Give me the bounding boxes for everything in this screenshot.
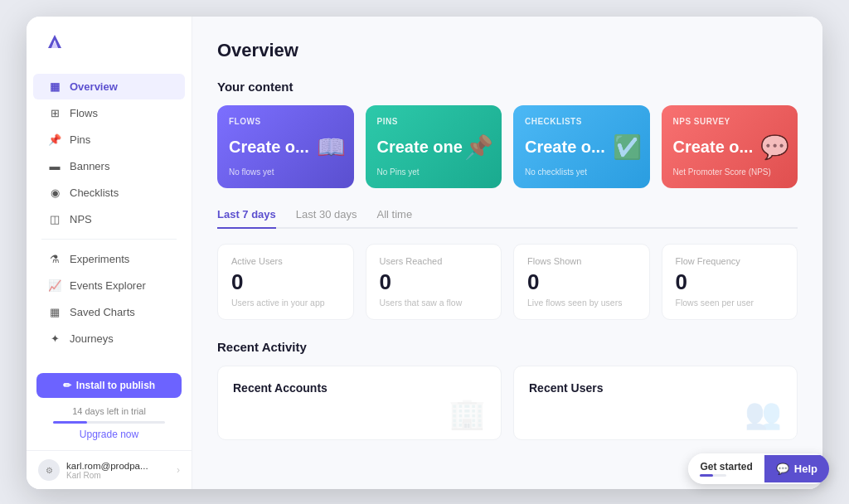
banners-icon: ▬	[48, 160, 61, 172]
stat-value-flows-shown: 0	[527, 271, 636, 293]
help-label: Help	[794, 463, 817, 475]
user-name: karl.rom@prodpa...	[66, 461, 170, 471]
events-icon: 📈	[48, 279, 61, 292]
chevron-right-icon: ›	[177, 464, 180, 476]
checklists-icon: ◉	[48, 187, 61, 199]
help-chat-icon: 💬	[776, 463, 789, 475]
sidebar-bottom: ✏ Install to publish 14 days left in tri…	[27, 363, 192, 450]
stat-label-active-users: Active Users	[231, 256, 340, 266]
stat-value-users-reached: 0	[380, 271, 488, 293]
card-sub-pins: No Pins yet	[377, 167, 491, 177]
card-sub-flows: No flows yet	[229, 167, 342, 177]
content-card-flows[interactable]: Flows Create o... No flows yet 📖	[217, 105, 354, 188]
sidebar-item-experiments[interactable]: ⚗ Experiments	[33, 246, 185, 272]
content-card-pins[interactable]: Pins Create one No Pins yet 📌	[366, 105, 502, 188]
recent-accounts-icon: 🏢	[449, 396, 486, 431]
content-card-nps[interactable]: NPS Survey Create o... Net Promoter Scor…	[662, 105, 798, 188]
stat-value-active-users: 0	[231, 271, 340, 293]
get-started-button[interactable]: Get started	[688, 453, 764, 484]
user-info: karl.rom@prodpa... Karl Rom	[66, 461, 170, 480]
recent-grid: Recent Accounts 🏢 Recent Users 👥	[217, 366, 798, 440]
help-button[interactable]: 💬 Help	[764, 455, 829, 482]
sidebar-item-banners[interactable]: ▬ Banners	[33, 153, 185, 179]
stat-card-flows-shown: Flows Shown 0 Live flows seen by users	[513, 244, 650, 320]
card-sub-nps: Net Promoter Score (NPS)	[673, 167, 787, 177]
sidebar-item-charts[interactable]: ▦ Saved Charts	[33, 299, 185, 325]
sidebar: ▦ Overview ⊞ Flows 📌 Pins ▬ Banners ◉ Ch…	[27, 17, 192, 489]
card-icon-pins: 📌	[464, 133, 493, 161]
card-type-pins: Pins	[377, 117, 491, 126]
tabs-row: Last 7 days Last 30 days All time	[217, 208, 798, 229]
card-type-nps: NPS Survey	[673, 117, 787, 126]
overview-icon: ▦	[48, 80, 61, 93]
sidebar-logo	[27, 30, 192, 73]
recent-card-users: Recent Users 👥	[513, 366, 798, 440]
card-type-checklists: Checklists	[525, 117, 638, 126]
sidebar-item-pins[interactable]: 📌 Pins	[33, 127, 185, 153]
install-button[interactable]: ✏ Install to publish	[36, 373, 182, 398]
charts-icon: ▦	[48, 306, 61, 318]
tab-7days[interactable]: Last 7 days	[217, 208, 276, 229]
card-type-flows: Flows	[229, 117, 342, 126]
app-container: ▦ Overview ⊞ Flows 📌 Pins ▬ Banners ◉ Ch…	[27, 17, 822, 489]
journeys-icon: ✦	[48, 332, 61, 345]
stat-card-flow-frequency: Flow Frequency 0 Flows seen per user	[662, 244, 798, 320]
install-icon: ✏	[63, 380, 71, 391]
content-cards: Flows Create o... No flows yet 📖 Pins Cr…	[217, 105, 798, 188]
nps-icon: ◫	[48, 213, 61, 225]
card-icon-flows: 📖	[317, 133, 346, 161]
sidebar-item-events[interactable]: 📈 Events Explorer	[33, 273, 185, 298]
flows-icon: ⊞	[48, 107, 61, 119]
stat-desc-users-reached: Users that saw a flow	[380, 298, 488, 308]
page-title: Overview	[217, 40, 798, 61]
get-started-label: Get started	[700, 461, 752, 472]
stat-desc-flows-shown: Live flows seen by users	[527, 298, 636, 308]
upgrade-link[interactable]: Upgrade now	[36, 429, 182, 440]
card-icon-checklists: ✅	[613, 133, 642, 161]
card-icon-nps: 💬	[760, 133, 789, 161]
content-section-title: Your content	[217, 80, 798, 94]
pins-icon: 📌	[48, 133, 61, 146]
get-started-progress-fill	[700, 474, 713, 477]
stat-label-users-reached: Users Reached	[380, 256, 488, 266]
trial-bar	[53, 421, 165, 424]
trial-text: 14 days left in trial	[36, 406, 182, 416]
tab-alltime[interactable]: All time	[377, 208, 413, 229]
stat-desc-flow-frequency: Flows seen per user	[676, 298, 784, 308]
recent-card-accounts: Recent Accounts 🏢	[217, 366, 502, 440]
sidebar-divider	[41, 239, 177, 240]
stat-value-flow-frequency: 0	[676, 271, 784, 293]
card-sub-checklists: No checklists yet	[525, 167, 638, 177]
recent-activity-title: Recent Activity	[217, 340, 798, 354]
sidebar-item-journeys[interactable]: ✦ Journeys	[33, 326, 185, 351]
recent-accounts-title: Recent Accounts	[233, 381, 486, 395]
help-fab: Get started 💬 Help	[688, 453, 829, 484]
sidebar-item-overview[interactable]: ▦ Overview	[33, 74, 185, 99]
sidebar-nav: ▦ Overview ⊞ Flows 📌 Pins ▬ Banners ◉ Ch…	[27, 73, 192, 363]
stat-desc-active-users: Users active in your app	[231, 298, 340, 308]
user-row[interactable]: ⚙ karl.rom@prodpa... Karl Rom ›	[27, 450, 192, 489]
recent-users-title: Recent Users	[529, 381, 782, 395]
stat-card-active-users: Active Users 0 Users active in your app	[217, 244, 354, 320]
sidebar-item-checklists[interactable]: ◉ Checklists	[33, 180, 185, 206]
stat-label-flow-frequency: Flow Frequency	[676, 256, 784, 266]
user-sub: Karl Rom	[66, 471, 170, 480]
stat-label-flows-shown: Flows Shown	[527, 256, 636, 266]
content-card-checklists[interactable]: Checklists Create o... No checklists yet…	[513, 105, 650, 188]
get-started-content: Get started	[700, 461, 752, 477]
experiments-icon: ⚗	[48, 253, 61, 265]
trial-bar-fill	[53, 421, 87, 424]
avatar: ⚙	[38, 459, 60, 481]
main-content: Overview Your content Flows Create o... …	[192, 17, 822, 489]
sidebar-item-nps[interactable]: ◫ NPS	[33, 206, 185, 232]
recent-users-icon: 👥	[745, 396, 782, 431]
get-started-progress	[700, 474, 726, 477]
sidebar-item-flows[interactable]: ⊞ Flows	[33, 100, 185, 126]
tab-30days[interactable]: Last 30 days	[296, 208, 357, 229]
stat-card-users-reached: Users Reached 0 Users that saw a flow	[366, 244, 502, 320]
stats-row: Active Users 0 Users active in your app …	[217, 244, 798, 320]
